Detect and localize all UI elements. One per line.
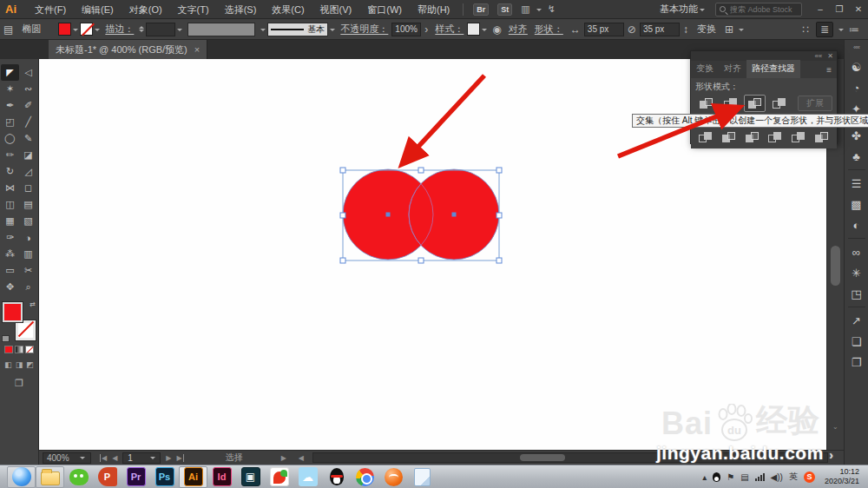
slice-tool[interactable]: ✂ [19, 262, 37, 279]
shape-label[interactable]: 形状： [535, 23, 563, 36]
tab-transform[interactable]: 变换 [691, 60, 719, 78]
taskbar-foxmail[interactable] [265, 466, 293, 488]
minus-back-button[interactable] [812, 129, 832, 146]
color-guide-icon[interactable]: ◔ [847, 77, 866, 98]
stroke-weight-stepper[interactable] [139, 23, 144, 35]
vertical-scrollbar-thumb[interactable] [831, 246, 840, 286]
chevron-down-icon[interactable] [482, 29, 487, 34]
first-artboard-icon[interactable]: ◀ [100, 454, 107, 462]
tab-align[interactable]: 对齐 [719, 60, 746, 78]
stock-search[interactable] [715, 3, 802, 16]
taskbar-notepad[interactable] [408, 466, 437, 488]
expand-button[interactable]: 扩展 [798, 96, 832, 111]
brushes-icon[interactable]: ♣ [847, 146, 866, 167]
transparency-icon[interactable]: ◐ [847, 214, 866, 235]
none-mode-button[interactable] [25, 346, 34, 353]
chevron-down-icon[interactable] [838, 29, 844, 34]
menu-file[interactable]: 文件(F) [27, 0, 74, 19]
draw-inside-icon[interactable]: ◩ [26, 360, 34, 369]
horizontal-scrollbar-thumb[interactable] [520, 454, 565, 461]
recolor-artwork-icon[interactable]: ◉ [492, 23, 501, 36]
shape-width-input[interactable] [585, 23, 623, 36]
width-profile-dropdown[interactable] [187, 23, 255, 36]
qq-tray-icon[interactable] [713, 472, 720, 482]
taskbar-clock[interactable]: 10:12 2020/3/21 [825, 467, 863, 487]
menu-help[interactable]: 帮助(H) [410, 0, 457, 19]
symbol-sprayer-tool[interactable]: ⁂ [1, 246, 19, 262]
align-label[interactable]: 对齐 [509, 23, 528, 36]
document-tab[interactable]: 未标题-1* @ 400% (RGB/预览) × [49, 40, 207, 59]
style-label[interactable]: 样式： [435, 23, 464, 36]
taskbar-wechat[interactable] [64, 466, 93, 488]
direct-selection-tool[interactable]: ◁ [19, 64, 37, 81]
volume-icon[interactable]: ◀)) [771, 472, 783, 482]
taskbar-file-explorer[interactable] [36, 466, 64, 488]
eraser-tool[interactable]: ◪ [19, 147, 37, 163]
taskbar-baidu-app[interactable]: ☁ [293, 466, 322, 488]
color-icon[interactable]: ☯ [847, 56, 866, 77]
stroke-color-swatch[interactable] [80, 23, 93, 36]
prev-artboard-icon[interactable]: ◀ [112, 454, 117, 462]
shape-builder-tool[interactable]: ◫ [1, 196, 19, 213]
swap-colors-icon[interactable]: ⇄ [30, 300, 36, 308]
chevron-down-icon[interactable] [95, 29, 100, 34]
taskbar-video-editor[interactable]: ▣ [236, 466, 265, 488]
shape-height-input[interactable] [641, 23, 679, 36]
minus-front-button[interactable] [720, 95, 741, 112]
perspective-grid-tool[interactable]: ▤ [19, 196, 37, 213]
fill-swatch[interactable] [3, 302, 23, 322]
panel-close-icon[interactable]: ✕ [827, 52, 833, 60]
chevron-down-icon[interactable] [330, 29, 335, 34]
exclude-button[interactable] [768, 95, 790, 112]
chevron-down-icon[interactable] [73, 29, 78, 34]
mesh-tool[interactable]: ▦ [1, 213, 19, 229]
expand-panels-icon[interactable]: «« [853, 43, 859, 51]
draw-behind-icon[interactable]: ◨ [16, 360, 23, 369]
symbols-icon[interactable]: ✤ [847, 125, 866, 146]
width-tool[interactable]: ⋈ [1, 180, 19, 196]
chevron-down-icon[interactable] [177, 29, 182, 34]
transform-label[interactable]: 变换 [697, 23, 716, 36]
zoom-tool[interactable]: ⌕ [19, 279, 37, 295]
opacity-value[interactable]: 100% [391, 23, 421, 36]
chevron-down-icon[interactable] [739, 29, 744, 34]
trim-button[interactable] [719, 129, 740, 146]
minimize-button[interactable]: – [811, 0, 830, 19]
sogou-ime-icon[interactable]: S [804, 472, 815, 483]
curvature-tool[interactable]: ✐ [19, 97, 37, 114]
taskbar-premiere[interactable]: Pr [122, 466, 150, 488]
artboard-number-input[interactable] [126, 452, 141, 464]
network-signal-icon[interactable] [755, 472, 765, 481]
taskbar-maxthon[interactable] [379, 466, 408, 488]
menu-edit[interactable]: 编辑(E) [74, 0, 122, 19]
paintbrush-tool[interactable]: ✎ [19, 130, 37, 147]
scroll-down-icon[interactable]: ⌄ [832, 423, 838, 431]
hidden-icons-arrow[interactable]: ▴ [702, 472, 707, 482]
alert-flag-icon[interactable]: ⚑ [727, 472, 734, 482]
blend-tool[interactable]: ◑ [19, 229, 37, 246]
scale-tool[interactable]: ◿ [19, 163, 37, 180]
chevron-down-icon[interactable] [536, 9, 542, 14]
eyedropper-tool[interactable]: ✑ [1, 229, 19, 246]
draw-normal-icon[interactable]: ◧ [4, 360, 12, 369]
taskbar-indesign[interactable]: Id [207, 466, 236, 488]
artboard-tool[interactable]: ▭ [1, 262, 19, 279]
language-indicator[interactable]: 英 [789, 471, 798, 483]
line-segment-tool[interactable]: ╱ [19, 114, 37, 130]
transform-icon[interactable]: ⊞ [725, 23, 733, 36]
tab-pathfinder[interactable]: 路径查找器 [746, 60, 800, 78]
menu-type[interactable]: 文字(T) [170, 0, 217, 19]
menu-effect[interactable]: 效果(C) [264, 0, 312, 19]
gpu-performance-icon[interactable]: ↯ [548, 3, 556, 15]
ellipse-tool[interactable]: ◯ [1, 130, 19, 147]
stroke-icon[interactable]: ☰ [847, 173, 866, 194]
next-artboard-icon[interactable]: ▶ [166, 454, 171, 462]
chevron-down-icon[interactable] [260, 29, 266, 34]
restore-button[interactable]: ❐ [830, 0, 849, 19]
pen-tool[interactable]: ✒ [1, 97, 19, 114]
magic-wand-tool[interactable]: ✶ [1, 81, 19, 97]
taskbar-powerpoint[interactable]: P [93, 466, 122, 488]
shaper-tool[interactable]: ✏ [1, 147, 19, 163]
taskbar-qq[interactable] [322, 466, 351, 488]
close-button[interactable]: ✕ [849, 0, 868, 19]
